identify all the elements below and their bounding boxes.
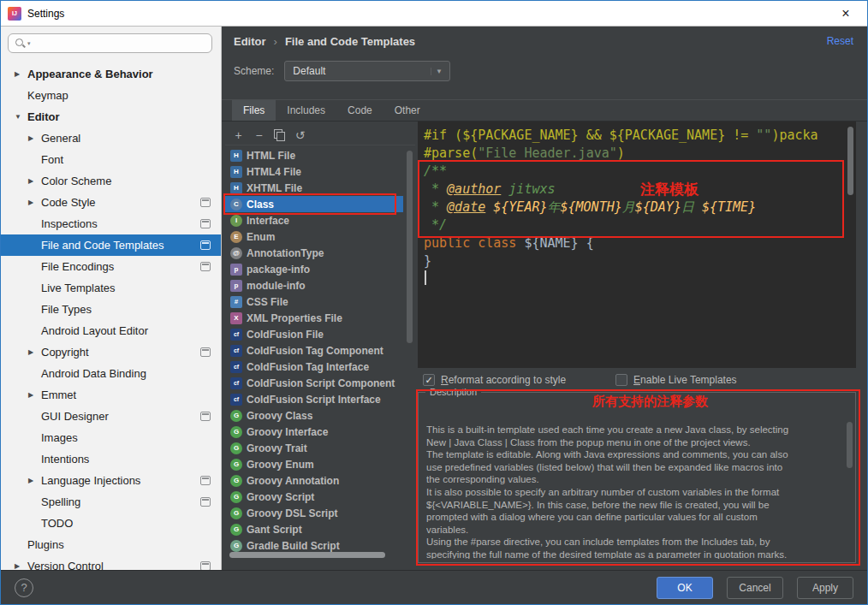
sidebar-item-file-and-code-templates[interactable]: File and Code Templates [1,234,221,256]
chevron-right-icon[interactable]: ▶ [28,177,41,185]
option-reformat-according-to-style[interactable]: ✓Reformat according to style [423,374,566,386]
code-line: public class ${NAME} { [424,234,856,252]
template-item-annotationtype[interactable]: @AnnotationType [225,245,403,261]
template-item-coldfusion-script-interface[interactable]: cfColdFusion Script Interface [225,391,403,407]
template-item-groovy-interface[interactable]: GGroovy Interface [225,424,403,440]
sidebar-item-label: Spelling [41,495,80,508]
search-input[interactable] [34,38,211,50]
template-item-groovy-dsl-script[interactable]: GGroovy DSL Script [225,505,403,521]
help-button[interactable]: ? [15,578,33,597]
template-item-groovy-enum[interactable]: GGroovy Enum [225,456,403,472]
description-scrollbar[interactable] [847,422,853,468]
template-item-label: Interface [247,215,289,227]
sidebar-item-emmet[interactable]: ▶Emmet [1,384,221,406]
sidebar-item-plugins[interactable]: Plugins [1,534,221,555]
breadcrumb-editor[interactable]: Editor [234,35,266,48]
window-title: Settings [27,8,64,20]
chevron-right-icon[interactable]: ▶ [28,391,41,399]
copy-icon[interactable] [271,128,288,143]
template-item-coldfusion-tag-component[interactable]: cfColdFusion Tag Component [225,342,403,359]
checkbox-icon[interactable]: ✓ [423,374,435,386]
template-item-coldfusion-tag-interface[interactable]: cfColdFusion Tag Interface [225,359,403,375]
template-list-vertical-scrollbar[interactable] [407,151,413,343]
chevron-right-icon[interactable]: ▶ [28,348,41,356]
template-item-html-file[interactable]: HHTML File [225,147,403,163]
template-item-interface[interactable]: IInterface [225,212,403,228]
reset-link[interactable]: Reset [827,35,853,47]
breadcrumb-separator-icon: › [274,35,277,48]
template-item-module-info[interactable]: pmodule-info [225,277,403,294]
page-title: File and Code Templates [285,35,415,48]
close-icon[interactable]: × [831,2,860,26]
chevron-right-icon[interactable]: ▶ [15,562,27,570]
sidebar-item-appearance-behavior[interactable]: ▶Appearance & Behavior [1,63,221,85]
sidebar-item-live-templates[interactable]: Live Templates [1,277,221,299]
sidebar-item-file-types[interactable]: File Types [1,299,221,320]
template-item-enum[interactable]: EEnum [225,228,403,245]
sidebar-item-version-control[interactable]: ▶Version Control [1,555,221,570]
sidebar-item-android-data-binding[interactable]: Android Data Binding [1,363,221,384]
template-item-groovy-script[interactable]: GGroovy Script [225,489,403,505]
description-line: the corresponding values. [426,473,841,486]
annotation-file-icon: @ [230,247,242,259]
sidebar-item-copyright[interactable]: ▶Copyright [1,341,221,363]
reset-icon[interactable]: ↺ [292,128,308,143]
app-icon: IJ [8,7,21,21]
sidebar-item-keymap[interactable]: Keymap [1,85,221,106]
template-item-coldfusion-file[interactable]: cfColdFusion File [225,326,403,342]
chevron-right-icon[interactable]: ▶ [28,199,41,206]
sidebar-item-label: Color Scheme [41,175,111,187]
template-editor[interactable]: #if (${PACKAGE_NAME} && ${PACKAGE_NAME} … [418,122,856,368]
chevron-right-icon[interactable]: ▶ [15,70,27,78]
ok-button[interactable]: OK [657,577,713,599]
sidebar-item-file-encodings[interactable]: File Encodings [1,256,221,277]
chevron-down-icon[interactable]: ▼ [15,113,27,121]
chevron-right-icon[interactable]: ▶ [28,477,41,484]
template-item-xhtml-file[interactable]: HXHTML File [225,180,403,196]
tab-includes[interactable]: Includes [276,100,336,121]
template-item-xml-properties-file[interactable]: XXML Properties File [225,310,403,326]
code-line: */ [424,216,856,234]
template-item-html4-file[interactable]: HHTML4 File [225,163,403,180]
search-box[interactable]: ▾ [8,33,212,53]
apply-button[interactable]: Apply [797,577,853,599]
sidebar-item-font[interactable]: Font [1,149,221,170]
template-item-class[interactable]: CClass [225,196,403,212]
search-options-arrow-icon[interactable]: ▾ [27,40,31,47]
sidebar-item-gui-designer[interactable]: GUI Designer [1,406,221,427]
editor-scrollbar[interactable] [847,127,853,195]
sidebar-item-editor[interactable]: ▼Editor [1,106,221,128]
add-icon[interactable]: + [230,128,247,143]
settings-sidebar: ▾ ▶Appearance & BehaviorKeymap▼Editor▶Ge… [1,27,222,570]
tab-code[interactable]: Code [336,100,383,121]
template-item-groovy-trait[interactable]: GGroovy Trait [225,440,403,456]
template-item-groovy-annotation[interactable]: GGroovy Annotation [225,472,403,489]
template-item-label: HTML File [247,150,295,162]
template-item-css-file[interactable]: #CSS File [225,294,403,310]
template-item-coldfusion-script-component[interactable]: cfColdFusion Script Component [225,375,403,391]
template-item-groovy-class[interactable]: GGroovy Class [225,407,403,424]
sidebar-item-images[interactable]: Images [1,427,221,448]
template-list-horizontal-scrollbar[interactable] [229,552,385,558]
text-caret [425,270,426,285]
scheme-select[interactable]: Default ▼ [284,61,450,81]
template-item-package-info[interactable]: ppackage-info [225,261,403,277]
sidebar-item-inspections[interactable]: Inspections [1,213,221,234]
sidebar-item-todo[interactable]: TODO [1,513,221,534]
checkbox-icon[interactable] [615,374,627,386]
chevron-right-icon[interactable]: ▶ [28,134,41,142]
cancel-button[interactable]: Cancel [727,577,783,599]
tab-files[interactable]: Files [232,100,276,121]
sidebar-item-code-style[interactable]: ▶Code Style [1,192,221,213]
tab-other[interactable]: Other [383,100,431,121]
sidebar-item-spelling[interactable]: Spelling [1,491,221,513]
remove-icon[interactable]: − [251,128,267,143]
sidebar-item-label: Images [41,431,78,444]
option-enable-live-templates[interactable]: Enable Live Templates [615,374,737,386]
sidebar-item-android-layout-editor[interactable]: Android Layout Editor [1,320,221,341]
sidebar-item-intentions[interactable]: Intentions [1,448,221,470]
sidebar-item-language-injections[interactable]: ▶Language Injections [1,470,221,491]
template-item-gant-script[interactable]: GGant Script [225,521,403,537]
sidebar-item-general[interactable]: ▶General [1,128,221,149]
sidebar-item-color-scheme[interactable]: ▶Color Scheme [1,170,221,192]
